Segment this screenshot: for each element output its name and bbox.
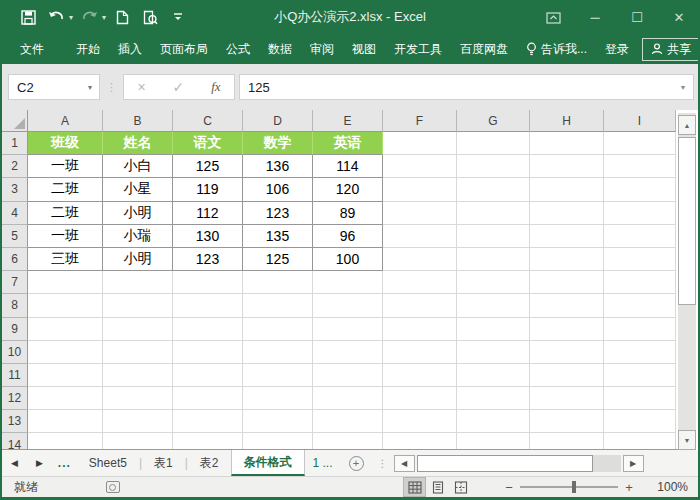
- name-box-dropdown-icon[interactable]: ▾: [81, 83, 99, 92]
- cell-E8[interactable]: [313, 294, 383, 317]
- tell-me-box[interactable]: 告诉我...: [517, 41, 596, 58]
- cell-I8[interactable]: [604, 294, 676, 317]
- cell-D9[interactable]: [243, 318, 313, 341]
- hscroll-right-icon[interactable]: ▶: [623, 455, 644, 472]
- cell-G14[interactable]: [457, 433, 530, 450]
- row-header-3[interactable]: 3: [2, 178, 28, 201]
- cell-H2[interactable]: [530, 155, 604, 178]
- sheet-tab-条件格式[interactable]: 条件格式: [231, 450, 305, 476]
- sheet-tab-表1[interactable]: 表1: [142, 450, 185, 476]
- cell-A4[interactable]: 二班: [28, 202, 103, 225]
- sheet-tab-Sheet5[interactable]: Sheet5: [77, 450, 139, 476]
- cell-I2[interactable]: [604, 155, 676, 178]
- tab-file[interactable]: 文件: [11, 34, 53, 64]
- cell-E12[interactable]: [313, 387, 383, 410]
- cell-H13[interactable]: [530, 410, 604, 433]
- cell-D8[interactable]: [243, 294, 313, 317]
- cell-A14[interactable]: [28, 433, 103, 450]
- cell-B14[interactable]: [103, 433, 173, 450]
- insert-function-icon[interactable]: fx: [211, 79, 220, 95]
- cell-C10[interactable]: [173, 341, 243, 364]
- cell-H5[interactable]: [530, 225, 604, 248]
- cell-B2[interactable]: 小白: [103, 155, 173, 178]
- cell-E11[interactable]: [313, 364, 383, 387]
- macro-record-icon[interactable]: [106, 481, 120, 493]
- sheet-tab-1...[interactable]: 1 ...: [305, 450, 341, 476]
- new-sheet-button[interactable]: +: [349, 456, 364, 471]
- cell-E4[interactable]: 89: [313, 202, 383, 225]
- cell-D11[interactable]: [243, 364, 313, 387]
- cell-A6[interactable]: 三班: [28, 248, 103, 271]
- col-header-C[interactable]: C: [173, 110, 243, 132]
- name-box[interactable]: C2 ▾: [8, 74, 100, 100]
- zoom-in-icon[interactable]: +: [618, 480, 640, 495]
- cell-H3[interactable]: [530, 178, 604, 201]
- cell-I11[interactable]: [604, 364, 676, 387]
- cell-I5[interactable]: [604, 225, 676, 248]
- cell-G6[interactable]: [457, 248, 530, 271]
- cell-I3[interactable]: [604, 178, 676, 201]
- print-preview-icon[interactable]: [138, 5, 162, 29]
- col-header-A[interactable]: A: [28, 110, 103, 132]
- expand-formula-bar-icon[interactable]: ▾: [673, 83, 693, 92]
- cell-A9[interactable]: [28, 318, 103, 341]
- row-header-1[interactable]: 1: [2, 132, 28, 155]
- cell-C7[interactable]: [173, 271, 243, 294]
- cell-B1[interactable]: 姓名: [103, 132, 173, 155]
- tab-数据[interactable]: 数据: [259, 34, 301, 64]
- cell-E7[interactable]: [313, 271, 383, 294]
- cell-F8[interactable]: [383, 294, 457, 317]
- cell-A1[interactable]: 班级: [28, 132, 103, 155]
- normal-view-icon[interactable]: [403, 477, 426, 497]
- zoom-slider-thumb[interactable]: [572, 481, 576, 493]
- cell-F6[interactable]: [383, 248, 457, 271]
- minimize-icon[interactable]: ─: [574, 0, 616, 34]
- tab-开始[interactable]: 开始: [67, 34, 109, 64]
- page-break-view-icon[interactable]: [449, 477, 472, 497]
- cell-H1[interactable]: [530, 132, 604, 155]
- cell-D1[interactable]: 数学: [243, 132, 313, 155]
- sheet-tab-表2[interactable]: 表2: [188, 450, 231, 476]
- close-icon[interactable]: ✕: [658, 0, 700, 34]
- row-header-12[interactable]: 12: [2, 387, 28, 410]
- cell-A13[interactable]: [28, 410, 103, 433]
- page-layout-view-icon[interactable]: [426, 477, 449, 497]
- ribbon-display-options-icon[interactable]: [532, 0, 574, 34]
- row-header-6[interactable]: 6: [2, 248, 28, 271]
- tab-视图[interactable]: 视图: [343, 34, 385, 64]
- row-header-13[interactable]: 13: [2, 410, 28, 433]
- cell-H12[interactable]: [530, 387, 604, 410]
- cell-D6[interactable]: 125: [243, 248, 313, 271]
- row-header-9[interactable]: 9: [2, 318, 28, 341]
- select-all-button[interactable]: [2, 110, 28, 132]
- cell-C13[interactable]: [173, 410, 243, 433]
- cell-E10[interactable]: [313, 341, 383, 364]
- cell-C3[interactable]: 119: [173, 178, 243, 201]
- previous-sheet-icon[interactable]: ◀: [2, 458, 27, 468]
- cell-B8[interactable]: [103, 294, 173, 317]
- row-header-2[interactable]: 2: [2, 155, 28, 178]
- cell-F13[interactable]: [383, 410, 457, 433]
- cell-C14[interactable]: [173, 433, 243, 450]
- cell-B3[interactable]: 小星: [103, 178, 173, 201]
- cell-I14[interactable]: [604, 433, 676, 450]
- cell-C9[interactable]: [173, 318, 243, 341]
- cell-E5[interactable]: 96: [313, 225, 383, 248]
- cell-A3[interactable]: 二班: [28, 178, 103, 201]
- cell-D2[interactable]: 136: [243, 155, 313, 178]
- cell-G10[interactable]: [457, 341, 530, 364]
- row-header-8[interactable]: 8: [2, 294, 28, 317]
- col-header-H[interactable]: H: [530, 110, 604, 132]
- cell-G1[interactable]: [457, 132, 530, 155]
- cell-B11[interactable]: [103, 364, 173, 387]
- tab-审阅[interactable]: 审阅: [301, 34, 343, 64]
- cell-I10[interactable]: [604, 341, 676, 364]
- cell-G7[interactable]: [457, 271, 530, 294]
- new-document-icon[interactable]: [110, 5, 134, 29]
- cell-C12[interactable]: [173, 387, 243, 410]
- cell-E9[interactable]: [313, 318, 383, 341]
- cell-E2[interactable]: 114: [313, 155, 383, 178]
- cell-E6[interactable]: 100: [313, 248, 383, 271]
- undo-icon[interactable]: [44, 5, 68, 29]
- cell-A2[interactable]: 一班: [28, 155, 103, 178]
